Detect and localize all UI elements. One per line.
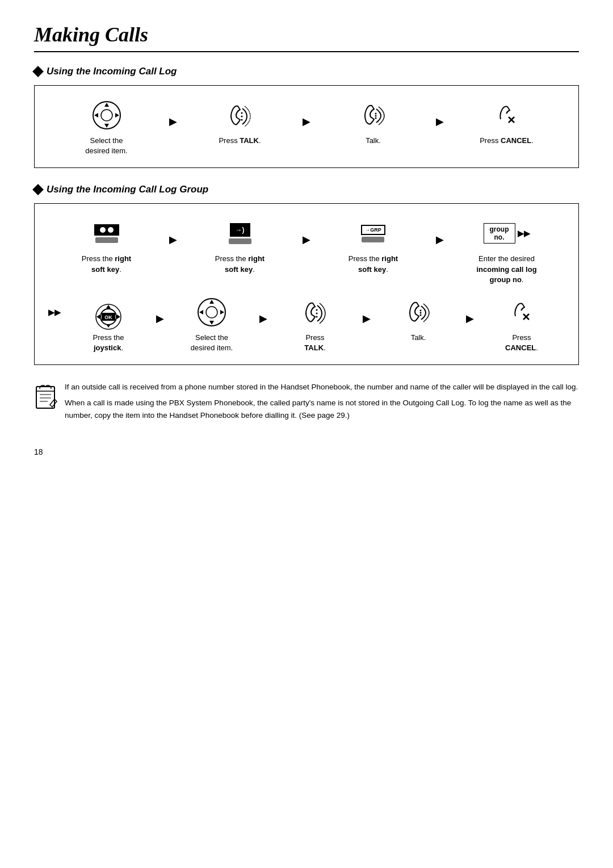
- svg-marker-19: [106, 305, 111, 308]
- groupno-icon: group no. ▶▶: [491, 217, 523, 249]
- step-softkey2: →) Press the rightsoft key.: [179, 217, 300, 274]
- softkey3-icon: →GRP: [358, 217, 389, 249]
- step-press-talk-label: Press TALK.: [219, 136, 261, 146]
- svg-point-32: [420, 309, 422, 311]
- arrow-r2-1: ▶: [154, 296, 166, 325]
- page-title: Making Calls: [34, 23, 579, 47]
- svg-marker-22: [117, 315, 120, 319]
- svg-point-33: [420, 312, 422, 313]
- step-talk-label: Talk.: [366, 136, 381, 146]
- talking-icon-2: [402, 296, 434, 328]
- notes-icon: [34, 382, 57, 412]
- svg-point-6: [241, 112, 242, 114]
- svg-point-11: [375, 118, 376, 119]
- svg-marker-2: [104, 103, 109, 107]
- diamond-icon-2: [32, 184, 44, 195]
- step-joystick-label: Press thejoystick.: [93, 333, 124, 353]
- scroll-icon: [91, 99, 123, 131]
- step-groupno-label: Enter the desiredincoming call loggroup …: [476, 254, 536, 285]
- svg-text:OK: OK: [104, 315, 112, 320]
- step-softkey1: Press the rightsoft key.: [46, 217, 167, 274]
- section1-header-text: Using the Incoming Call Log: [47, 66, 177, 77]
- svg-point-30: [316, 312, 318, 314]
- arrow-r2-3: ▶: [360, 296, 373, 325]
- svg-point-8: [241, 119, 242, 121]
- step-groupno: group no. ▶▶ Enter the desiredincoming c…: [446, 217, 567, 285]
- svg-marker-20: [106, 324, 111, 328]
- softkey1-icon: [91, 217, 123, 249]
- section2-row2: ▶▶ OK: [46, 296, 567, 353]
- step-select2: Select thedesired item.: [166, 296, 257, 353]
- page-number: 18: [34, 447, 579, 456]
- cancel-button-icon-2: [506, 296, 538, 328]
- title-divider: [34, 51, 579, 52]
- note-bullet2: When a call is made using the PBX System…: [65, 397, 579, 421]
- cancel-button-icon: [491, 99, 523, 131]
- scroll-icon-2: [196, 296, 228, 328]
- svg-marker-4: [94, 113, 98, 118]
- step-press-talk: Press TALK.: [179, 99, 300, 146]
- step-select-label: Select thedesired item.: [85, 136, 127, 156]
- step-press-cancel: Press CANCEL.: [446, 99, 567, 146]
- talk-button-icon: [224, 99, 256, 131]
- svg-marker-5: [115, 113, 119, 118]
- step-press-talk2-label: PressTALK.: [304, 333, 325, 353]
- softkey2-icon: →): [224, 217, 256, 249]
- svg-marker-21: [96, 315, 100, 319]
- svg-point-29: [316, 309, 318, 311]
- arrow-s2: ▶: [300, 217, 313, 246]
- arrow-s1: ▶: [167, 217, 179, 246]
- svg-marker-25: [209, 300, 214, 304]
- svg-rect-38: [36, 387, 54, 408]
- note-bullet1: If an outside call is received from a ph…: [65, 381, 579, 393]
- step-talk2: Talk.: [373, 296, 464, 343]
- talking-icon: [358, 99, 389, 131]
- section1-diagram: Select thedesired item. ▶: [34, 85, 579, 168]
- section2-row1: Press the rightsoft key. ▶ →) Press the …: [46, 217, 567, 285]
- step-softkey1-label: Press the rightsoft key.: [82, 254, 131, 274]
- step-softkey2-label: Press the rightsoft key.: [215, 254, 264, 274]
- svg-point-34: [420, 314, 422, 316]
- svg-marker-3: [104, 124, 109, 128]
- step-press-cancel2: PressCANCEL.: [476, 296, 567, 353]
- talk-button-icon-2: [299, 296, 331, 328]
- step-softkey3: →GRP Press the rightsoft key.: [313, 217, 434, 274]
- step-press-talk2: PressTALK.: [270, 296, 360, 353]
- section2-diagram: Press the rightsoft key. ▶ →) Press the …: [34, 203, 579, 365]
- step-press-cancel2-label: PressCANCEL.: [505, 333, 538, 353]
- section2-header: Using the Incoming Call Log Group: [34, 184, 579, 195]
- svg-marker-27: [199, 310, 203, 315]
- section1-flow: Select thedesired item. ▶: [46, 99, 567, 156]
- svg-marker-28: [220, 310, 224, 315]
- arrow-dbl-start: ▶▶: [46, 296, 63, 317]
- arrow-r2-2: ▶: [257, 296, 270, 325]
- section1-header: Using the Incoming Call Log: [34, 66, 579, 77]
- svg-point-7: [241, 116, 242, 118]
- svg-point-24: [206, 307, 217, 318]
- svg-marker-26: [209, 321, 214, 325]
- svg-point-1: [101, 110, 112, 121]
- section2-header-text: Using the Incoming Call Log Group: [47, 184, 208, 195]
- step-ok-joystick: OK Press thejoystick.: [63, 296, 154, 353]
- svg-point-10: [375, 115, 376, 117]
- arrow-r2-4: ▶: [464, 296, 476, 325]
- svg-point-31: [316, 316, 318, 317]
- arrow-1: ▶: [167, 99, 179, 128]
- step-select2-label: Select thedesired item.: [191, 333, 233, 353]
- step-softkey3-label: Press the rightsoft key.: [349, 254, 398, 274]
- arrow-2: ▶: [300, 99, 313, 128]
- step-talk: Talk.: [313, 99, 434, 146]
- notes-section: If an outside call is received from a ph…: [34, 381, 579, 425]
- diamond-icon-1: [32, 66, 44, 77]
- step-select: Select thedesired item.: [46, 99, 167, 156]
- notes-text: If an outside call is received from a ph…: [65, 381, 579, 425]
- step-press-cancel-label: Press CANCEL.: [480, 136, 534, 146]
- ok-joystick-icon: OK: [93, 296, 124, 328]
- step-talk2-label: Talk.: [411, 333, 426, 343]
- svg-point-9: [375, 113, 376, 115]
- arrow-3: ▶: [434, 99, 446, 128]
- arrow-s3: ▶: [434, 217, 446, 246]
- section2-flows: Press the rightsoft key. ▶ →) Press the …: [46, 217, 567, 353]
